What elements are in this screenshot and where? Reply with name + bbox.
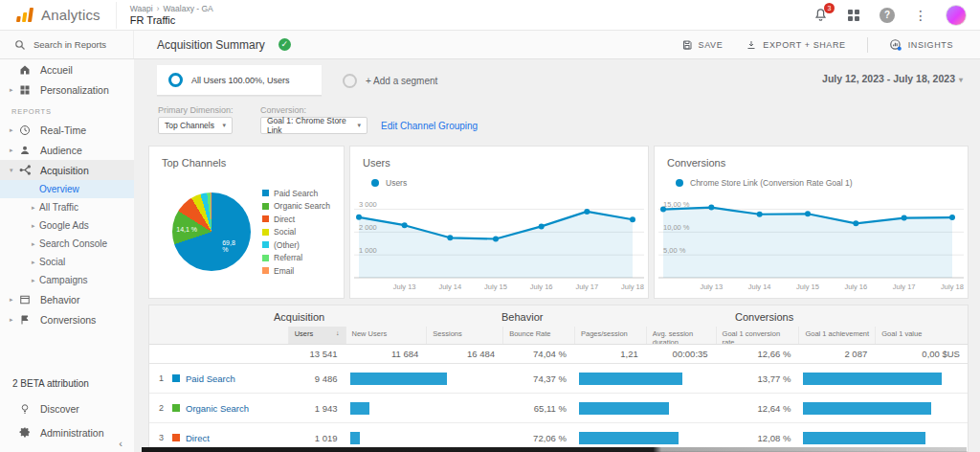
- pie-slice-label: 14,1 %: [176, 225, 197, 232]
- table-row-organic-search: 2Organic Search1 94365,11 %12,64 %: [149, 394, 968, 423]
- svg-text:July 15: July 15: [484, 282, 507, 291]
- bounce-rate-value: 65,11 %: [502, 403, 574, 414]
- help-icon[interactable]: ?: [879, 7, 896, 24]
- column-header-goal-1-conversion-rate[interactable]: Goal 1 conversion rate: [716, 327, 799, 344]
- add-segment-label: + Add a segment: [366, 76, 437, 86]
- legend-item-referral[interactable]: Referral: [262, 252, 330, 265]
- chevron-right-icon[interactable]: ▸: [10, 147, 18, 154]
- user-avatar[interactable]: [946, 5, 967, 26]
- sidebar-item-conversions[interactable]: ▸Conversions: [0, 309, 134, 329]
- users-legend: Users: [350, 169, 648, 188]
- sidebar-item-campaigns[interactable]: ▸Campaigns: [0, 271, 134, 289]
- chevron-down-icon[interactable]: ▾: [10, 167, 18, 174]
- legend-item-email[interactable]: Email: [262, 264, 330, 278]
- goal-rate-bar-track: [798, 402, 968, 415]
- legend-item-paid-search[interactable]: Paid Search: [262, 187, 330, 200]
- svg-text:10,00 %: 10,00 %: [663, 223, 690, 232]
- primary-dimension-select[interactable]: Top Channels▾: [158, 117, 233, 134]
- column-header-new-users[interactable]: New Users: [345, 327, 427, 344]
- chevron-right-icon[interactable]: ▸: [10, 126, 18, 134]
- legend-swatch-icon: [262, 255, 269, 261]
- column-header-pages-session[interactable]: Pages/session: [574, 327, 646, 344]
- beta-attribution-label[interactable]: 2 BETA attribution: [0, 371, 134, 398]
- breadcrumb[interactable]: Waapi › Waalaxy - GA FR Traffic: [116, 2, 213, 29]
- column-header-sessions[interactable]: Sessions: [426, 327, 502, 344]
- conversions-chart-card: Conversions Chrome Store Link (Conversio…: [654, 146, 969, 299]
- chevron-right-icon[interactable]: ▸: [32, 277, 39, 284]
- column-header-avg-session-duration[interactable]: Avg. session duration: [646, 327, 716, 344]
- channels-pie-chart[interactable]: 69,8 %14,1 %: [172, 192, 251, 271]
- legend-swatch-icon: [262, 215, 269, 222]
- sidebar-item-search-console[interactable]: ▸Search Console: [0, 235, 134, 253]
- apps-grid-icon[interactable]: [845, 7, 862, 24]
- sidebar-item-google-ads[interactable]: ▸Google Ads: [0, 216, 134, 235]
- channel-link[interactable]: Paid Search: [186, 373, 235, 384]
- sidebar-item-accueil[interactable]: Accueil: [0, 59, 134, 79]
- export-share-button[interactable]: EXPORT + SHARE: [738, 35, 853, 55]
- sidebar-item-discover[interactable]: Discover: [0, 398, 134, 418]
- add-segment-button[interactable]: + Add a segment: [331, 65, 456, 96]
- report-toolbar: Search in Reports Acquisition Summary ✓ …: [0, 31, 980, 59]
- legend-dot-icon: [371, 179, 379, 187]
- svg-text:July 14: July 14: [748, 282, 771, 291]
- product-name: Analytics: [41, 7, 100, 23]
- conversion-select[interactable]: Goal 1: Chrome Store Link▾: [260, 117, 368, 134]
- behavior-icon: [18, 293, 32, 306]
- clock-icon: [18, 124, 32, 137]
- total-avg-session-duration: 00:00:35: [646, 345, 716, 363]
- column-header-bounce-rate[interactable]: Bounce Rate: [502, 327, 574, 344]
- collapse-sidebar-icon[interactable]: ‹: [119, 438, 122, 449]
- segment-name: All Users: [191, 76, 226, 85]
- chevron-right-icon[interactable]: ▸: [10, 296, 18, 304]
- chevron-right-icon[interactable]: ▸: [10, 86, 18, 94]
- legend-item-other[interactable]: (Other): [262, 238, 330, 252]
- users-card-title: Users: [350, 147, 648, 169]
- sidebar-item-label: Behavior: [40, 294, 79, 305]
- channel-link[interactable]: Direct: [186, 433, 210, 443]
- column-header-goal-1-achievement[interactable]: Goal 1 achievement: [798, 327, 875, 344]
- breadcrumb-account[interactable]: Waapi: [130, 4, 153, 13]
- sidebar-item-administration[interactable]: Administration: [0, 422, 134, 442]
- sidebar-item-real-time[interactable]: ▸Real-Time: [0, 120, 134, 140]
- channels-table: AcquisitionBehaviorConversions Users↓New…: [148, 305, 969, 452]
- legend-swatch-icon: [262, 229, 269, 236]
- date-range-picker[interactable]: July 12, 2023 - July 18, 2023▾: [822, 73, 963, 84]
- insights-button[interactable]: INSIGHTS: [881, 34, 961, 56]
- sidebar-item-personalization[interactable]: ▸Personalization: [0, 79, 134, 100]
- column-header-goal-1-value[interactable]: Goal 1 value: [875, 327, 968, 344]
- view-name[interactable]: FR Traffic: [130, 14, 213, 26]
- total-new-users: 11 684: [345, 345, 427, 363]
- chevron-right-icon[interactable]: ▸: [32, 240, 39, 248]
- insights-icon: [889, 38, 902, 52]
- notifications-bell-icon[interactable]: 3: [812, 7, 829, 24]
- sidebar-item-acquisition[interactable]: ▾Acquisition: [0, 160, 134, 180]
- segment-all-users[interactable]: All Users 100.00%, Users: [157, 65, 322, 96]
- more-options-icon[interactable]: ⋮: [912, 7, 929, 24]
- sidebar-item-label: Personalization: [40, 84, 109, 96]
- breadcrumb-property[interactable]: Waalaxy - GA: [164, 4, 213, 13]
- ga-analytics-page: Analytics Waapi › Waalaxy - GA FR Traffi…: [0, 0, 980, 452]
- legend-item-social[interactable]: Social: [262, 226, 330, 239]
- column-header-users[interactable]: Users↓: [288, 327, 345, 344]
- chevron-right-icon[interactable]: ▸: [32, 222, 39, 230]
- conversions-line-chart: 5,00 %10,00 %15,00 %July 13July 14July 1…: [658, 192, 964, 292]
- legend-item-direct[interactable]: Direct: [262, 213, 330, 226]
- caret-down-icon: ▾: [357, 122, 361, 129]
- channel-link[interactable]: Organic Search: [186, 403, 249, 414]
- legend-item-organic-search[interactable]: Organic Search: [262, 200, 330, 214]
- sidebar-item-audience[interactable]: ▸Audience: [0, 140, 134, 160]
- legend-swatch-icon: [262, 203, 269, 210]
- sidebar-item-behavior[interactable]: ▸Behavior: [0, 289, 134, 309]
- sidebar-item-social[interactable]: ▸Social: [0, 253, 134, 271]
- chevron-right-icon[interactable]: ▸: [32, 259, 39, 266]
- save-button[interactable]: SAVE: [674, 35, 731, 55]
- search-input[interactable]: Search in Reports: [0, 31, 134, 58]
- chevron-right-icon[interactable]: ▸: [32, 204, 39, 212]
- chevron-right-icon[interactable]: ▸: [10, 316, 18, 324]
- sidebar-item-overview[interactable]: Overview: [0, 180, 134, 198]
- conversion-label: Conversion:: [260, 105, 306, 115]
- conversions-legend: Chrome Store Link (Conversion Rate Goal …: [655, 169, 968, 188]
- edit-channel-grouping-link[interactable]: Edit Channel Grouping: [381, 121, 478, 131]
- caret-down-icon: ▾: [959, 76, 963, 84]
- sidebar-item-all-traffic[interactable]: ▸All Traffic: [0, 198, 134, 216]
